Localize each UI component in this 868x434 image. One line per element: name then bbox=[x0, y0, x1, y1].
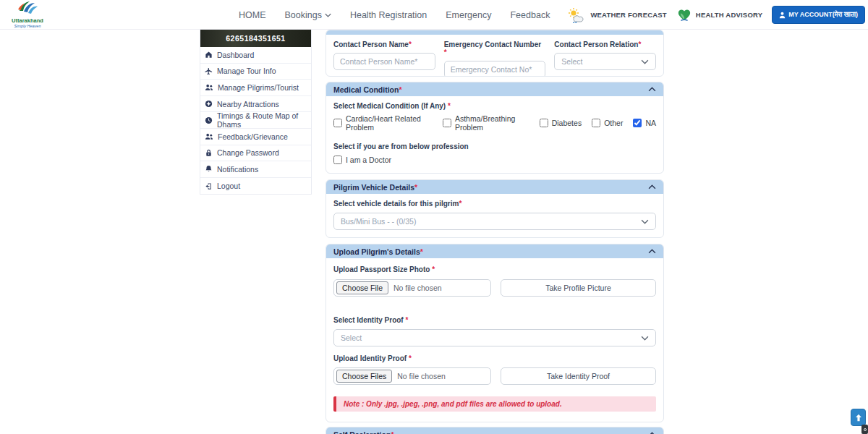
vehicle-select-label: Select vehicle details for this pilgrim* bbox=[333, 200, 656, 208]
health-advisory-heart-icon bbox=[676, 7, 692, 22]
nav-right-utilities: WEATHER FORECAST HEALTH ADVISORY MY ACCO… bbox=[568, 0, 865, 30]
registration-id: 6265184351651 bbox=[226, 34, 285, 43]
contact-relation-label: Contact Person Relation bbox=[554, 41, 638, 48]
nav-home[interactable]: HOME bbox=[239, 10, 266, 20]
health-advisory-label: HEALTH ADVISORY bbox=[696, 11, 762, 19]
compass-icon bbox=[205, 100, 213, 108]
bell-icon bbox=[205, 165, 213, 173]
brand-tagline: Simply Heaven bbox=[7, 24, 48, 28]
weather-sun-cloud-icon bbox=[568, 7, 587, 23]
self-declaration-section-header[interactable]: Self Declaration* bbox=[326, 427, 663, 434]
checkbox-other[interactable]: Other bbox=[592, 114, 623, 132]
emergency-contact-input[interactable] bbox=[444, 61, 546, 77]
passport-photo-label: Upload Passport Size Photo * bbox=[333, 265, 656, 273]
nav-feedback[interactable]: Feedback bbox=[510, 10, 550, 20]
sidebar-item-dashboard[interactable]: Dashboard bbox=[200, 47, 311, 64]
choose-file-button[interactable]: Choose File bbox=[336, 281, 388, 294]
logout-icon bbox=[205, 182, 213, 190]
chevron-up-icon bbox=[648, 249, 656, 254]
scroll-to-top-button[interactable] bbox=[851, 409, 866, 426]
no-file-chosen-text: No file chosen bbox=[393, 284, 442, 292]
vehicle-select[interactable]: Bus/Mini Bus - - (0/35) bbox=[333, 213, 656, 230]
sidebar: 6265184351651 Dashboard Manage Tour Info… bbox=[200, 30, 312, 195]
checkbox-asthma[interactable]: Asthma/Breathing Problem bbox=[443, 114, 529, 132]
sidebar-item-feedback-grievance[interactable]: Feedback/Grievance bbox=[200, 129, 311, 145]
checkbox-na[interactable]: NA bbox=[633, 114, 656, 132]
identity-proof-file-input[interactable]: Choose Files No file chosen bbox=[333, 367, 491, 385]
sidebar-item-timings-route-map[interactable]: Timings & Route Map of Dhams bbox=[200, 112, 311, 129]
checkbox-diabetes[interactable]: Diabetes bbox=[540, 114, 582, 132]
my-account-label: MY ACCOUNT(मेरा खाता) bbox=[788, 11, 858, 19]
no-file-chosen-text: No file chosen bbox=[397, 372, 446, 380]
medical-condition-options: Cardiac/Heart Related Problem Asthma/Bre… bbox=[333, 114, 656, 132]
logo-swoosh-icon bbox=[15, 1, 40, 15]
vehicle-details-section-header[interactable]: Pilgrim Vehicle Details* bbox=[326, 180, 663, 194]
arrow-up-icon bbox=[855, 414, 862, 422]
registration-id-banner: 6265184351651 bbox=[200, 30, 311, 47]
medical-condition-select-label: Select Medical Condition (If Any) * bbox=[333, 102, 656, 110]
identity-proof-select[interactable]: Select bbox=[333, 329, 656, 346]
browser-key-overlay-icon bbox=[861, 425, 868, 434]
passport-photo-file-input[interactable]: Choose File No file chosen bbox=[333, 279, 491, 297]
brand-name: Uttarakhand bbox=[7, 17, 48, 24]
chevron-down-icon bbox=[325, 13, 331, 17]
upload-details-section-header[interactable]: Upload Pilgrim's Details* bbox=[326, 244, 663, 258]
my-account-button[interactable]: MY ACCOUNT(मेरा खाता) bbox=[772, 6, 865, 24]
chevron-down-icon bbox=[641, 336, 649, 341]
contact-person-name-label: Contact Person Name bbox=[333, 41, 409, 48]
take-profile-picture-button[interactable]: Take Profile Picture bbox=[501, 279, 656, 297]
weather-forecast-label: WEATHER FORECAST bbox=[590, 11, 666, 19]
top-navbar: Uttarakhand Simply Heaven HOME Bookings … bbox=[0, 0, 868, 30]
upload-note: Note : Only .jpg, .jpeg, .png, and pdf f… bbox=[333, 396, 656, 412]
choose-files-button[interactable]: Choose Files bbox=[336, 370, 392, 383]
emergency-contact-label: Emergency Contact Number bbox=[444, 41, 541, 48]
users-icon bbox=[205, 132, 213, 140]
home-icon bbox=[205, 51, 213, 59]
contact-person-name-input[interactable] bbox=[333, 53, 435, 70]
nav-emergency[interactable]: Emergency bbox=[446, 10, 491, 20]
identity-proof-select-label: Select Identity Proof * bbox=[333, 316, 656, 324]
nav-menu: HOME Bookings Health Registration Emerge… bbox=[239, 0, 550, 30]
sidebar-item-nearby-attractions[interactable]: Nearby Attractions bbox=[200, 96, 311, 113]
clock-icon bbox=[205, 116, 213, 124]
medical-condition-section-header[interactable]: Medical Condition* bbox=[326, 82, 663, 96]
person-icon bbox=[779, 12, 786, 19]
contact-person-card: Contact Person Name* Emergency Contact N… bbox=[326, 30, 664, 77]
profession-label: Select if you are from below profession bbox=[333, 142, 656, 150]
chevron-up-icon bbox=[648, 184, 656, 190]
nav-bookings[interactable]: Bookings bbox=[285, 10, 331, 20]
registration-form: Contact Person Name* Emergency Contact N… bbox=[326, 30, 664, 434]
nav-health-registration[interactable]: Health Registration bbox=[350, 10, 427, 20]
users-icon bbox=[205, 83, 213, 91]
self-declaration-card: Self Declaration* bbox=[326, 427, 664, 434]
checkbox-cardiac[interactable]: Cardiac/Heart Related Problem bbox=[333, 114, 433, 132]
contact-person-name-field-group: Contact Person Name* bbox=[333, 41, 435, 77]
weather-forecast-link[interactable]: WEATHER FORECAST bbox=[568, 7, 666, 23]
sidebar-item-manage-pilgrims[interactable]: Manage Pilgrims/Tourist bbox=[200, 80, 311, 96]
chevron-down-icon bbox=[641, 59, 649, 64]
checkbox-doctor[interactable]: I am a Doctor bbox=[333, 156, 656, 164]
sidebar-item-manage-tour-info[interactable]: Manage Tour Info bbox=[200, 64, 311, 80]
lock-icon bbox=[205, 149, 213, 157]
chevron-up-icon bbox=[648, 87, 656, 92]
plane-icon bbox=[205, 67, 213, 75]
health-advisory-link[interactable]: HEALTH ADVISORY bbox=[676, 7, 762, 22]
contact-relation-select[interactable]: Select bbox=[554, 53, 656, 70]
vehicle-details-card: Pilgrim Vehicle Details* Select vehicle … bbox=[326, 179, 664, 238]
upload-details-card: Upload Pilgrim's Details* Upload Passpor… bbox=[326, 244, 664, 422]
emergency-contact-field-group: Emergency Contact Number * bbox=[444, 41, 546, 77]
identity-proof-upload-label: Upload Identity Proof * bbox=[333, 354, 656, 362]
take-identity-proof-button[interactable]: Take Identity Proof bbox=[501, 367, 656, 385]
medical-condition-card: Medical Condition* Select Medical Condit… bbox=[326, 82, 664, 174]
sidebar-item-change-password[interactable]: Change Password bbox=[200, 145, 311, 162]
uttarakhand-logo[interactable]: Uttarakhand Simply Heaven bbox=[7, 1, 48, 28]
sidebar-item-logout[interactable]: Logout bbox=[200, 178, 311, 195]
sidebar-item-notifications[interactable]: Notifications bbox=[200, 161, 311, 178]
chevron-down-icon bbox=[641, 219, 649, 224]
contact-relation-field-group: Contact Person Relation* Select bbox=[554, 41, 656, 77]
